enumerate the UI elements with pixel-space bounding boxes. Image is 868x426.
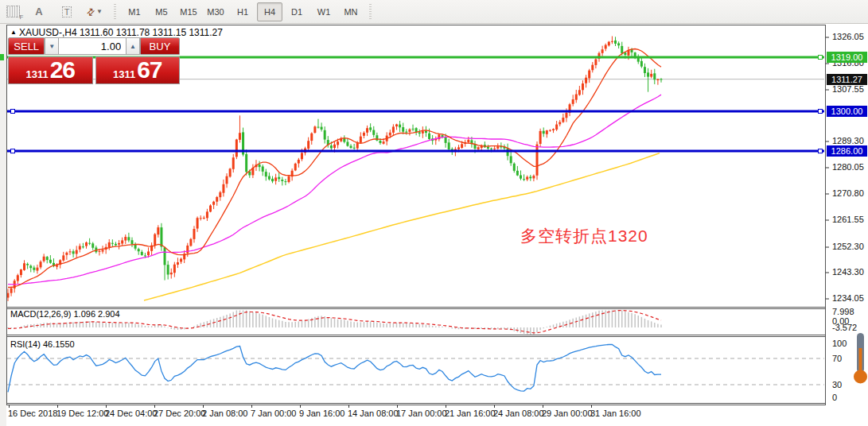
candle-body [614, 41, 617, 44]
time-axis-label: 16 Dec 2018 [8, 409, 57, 418]
grid-tool-button[interactable]: F [2, 2, 23, 21]
candle-body [226, 176, 228, 184]
candle-body [33, 268, 35, 270]
candle-body [138, 249, 140, 251]
candle-body [582, 83, 584, 90]
candle-body [376, 135, 378, 141]
candle-body [399, 125, 401, 128]
timeframe-button-m1[interactable]: M1 [122, 2, 147, 21]
candle-body [229, 168, 232, 176]
candle-body [317, 127, 319, 128]
line-handle[interactable] [819, 149, 823, 153]
toolbar-separator [368, 4, 373, 20]
candle-body [555, 125, 558, 130]
timeframe-button-m15[interactable]: M15 [176, 2, 201, 21]
time-axis-label: 19 Dec 12:00 [56, 409, 108, 418]
macd-scale-label: 7.998 [832, 307, 854, 316]
cursor-icon: A [35, 6, 42, 17]
candle-body [650, 74, 652, 77]
time-axis-label: 21 Jan 16:00 [445, 409, 496, 418]
line-handle[interactable] [11, 149, 15, 153]
candle-body [490, 149, 492, 149]
candle-body [621, 46, 623, 53]
candle-body [513, 164, 516, 171]
candle-body [85, 242, 88, 246]
timeframe-button-group: M1M5M15M30H1H4D1W1MN [121, 2, 364, 21]
price-axis-tick-label: 1270.80 [832, 188, 864, 198]
timeframe-button-h4[interactable]: H4 [257, 2, 282, 21]
candle-body [141, 252, 143, 255]
timeframe-button-m30[interactable]: M30 [203, 2, 228, 21]
time-axis-label: 24 Jan 08:00 [493, 409, 544, 418]
cursor-tool-button[interactable]: A [29, 2, 49, 21]
candle-body [222, 184, 224, 193]
toolbar: F A T ⇄ ▼ M1M5M15M30H1H4D1W1MN [0, 0, 868, 24]
candle-body [26, 264, 29, 265]
rsi-scale-label: 0 [832, 393, 837, 402]
ma-mid-line [8, 95, 661, 285]
candle-body [594, 60, 597, 65]
candle-body [363, 133, 365, 136]
line-handle[interactable] [11, 110, 15, 114]
candle-body [441, 135, 443, 137]
candle-body [608, 42, 610, 46]
candle-body [197, 218, 199, 228]
candle-body [653, 73, 656, 79]
buy-price-small: 1311 [113, 67, 135, 82]
candle-body [170, 273, 173, 274]
timeframe-button-mn[interactable]: MN [338, 2, 364, 21]
candle-body [523, 179, 525, 180]
timeframe-button-d1[interactable]: D1 [284, 2, 309, 21]
candle-body [144, 255, 146, 256]
timeframe-button-h1[interactable]: H1 [230, 2, 255, 21]
candle-body [552, 129, 555, 130]
candle-body [605, 45, 607, 49]
candle-body [383, 141, 385, 144]
volume-decrease-button[interactable]: ▼ [45, 37, 59, 55]
angle-tool-button[interactable]: ⇄ ▼ [84, 2, 105, 21]
candle-body [209, 206, 212, 212]
candle-body [82, 246, 84, 247]
candle-body [310, 134, 313, 141]
candle-body [301, 153, 303, 159]
candle-body [601, 49, 604, 53]
candle-body [640, 61, 643, 67]
buy-button[interactable]: BUY [140, 37, 180, 55]
thermometer-icon[interactable] [848, 331, 868, 391]
line-handle[interactable] [819, 110, 823, 114]
price-axis-tick-label: 1326.05 [832, 32, 864, 41]
text-tool-button[interactable]: T [56, 2, 77, 21]
price-axis-badge: 1300.00 [827, 106, 867, 117]
candle-body [193, 229, 195, 239]
chevron-down-icon: ▼ [96, 8, 103, 15]
price-axis-badge: 1286.00 [827, 145, 867, 157]
volume-input[interactable] [59, 37, 126, 55]
candle-body [43, 257, 45, 261]
candle-body [408, 130, 411, 132]
price-axis-tick-label: 1252.30 [832, 242, 864, 251]
candle-body [572, 99, 574, 104]
timeframe-button-w1[interactable]: W1 [311, 2, 337, 21]
candle-body [102, 250, 104, 251]
buy-price-box[interactable]: 1311 67 [95, 56, 181, 84]
candle-body [219, 192, 221, 197]
volume-increase-button[interactable]: ▲ [126, 37, 140, 55]
time-axis-label: 9 Jan 16:00 [299, 409, 345, 418]
candle-body [461, 144, 463, 148]
sell-button[interactable]: SELL [8, 37, 45, 55]
candle-body [428, 134, 430, 139]
candle-body [186, 246, 189, 254]
line-handle[interactable] [819, 55, 823, 59]
price-axis-badge: 1319.00 [827, 52, 867, 63]
candle-body [98, 251, 100, 252]
candle-body [546, 130, 548, 134]
candle-body [395, 124, 398, 126]
candle-body [562, 118, 564, 122]
symbol-ohlc-text: XAUUSD-,H4 1311.60 1311.78 1311.15 1311.… [19, 27, 223, 38]
grid-icon: F [6, 6, 20, 17]
candle-body [118, 243, 120, 245]
timeframe-button-m5[interactable]: M5 [149, 2, 174, 21]
candle-body [88, 243, 91, 244]
price-axis-tick-label: 1280.05 [832, 162, 864, 172]
sell-price-box[interactable]: 1311 26 [8, 56, 93, 84]
